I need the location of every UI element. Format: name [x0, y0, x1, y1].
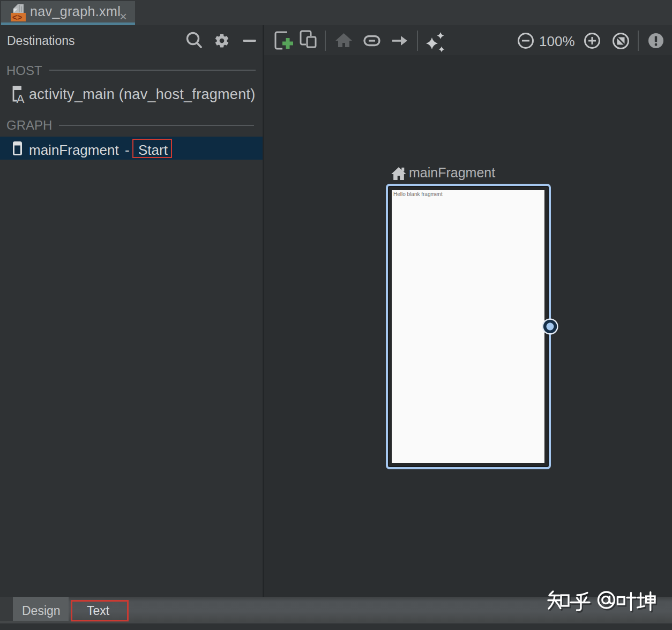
svg-text:A: A: [17, 92, 25, 104]
svg-text:<>: <>: [12, 13, 23, 22]
